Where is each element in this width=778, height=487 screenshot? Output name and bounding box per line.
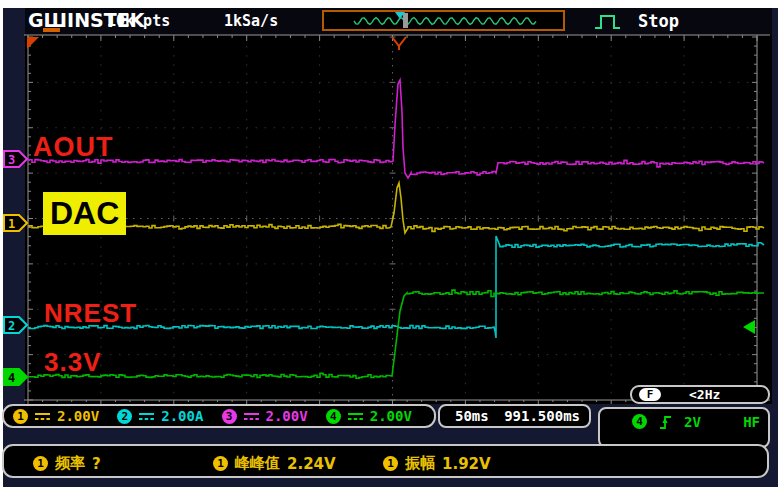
measurement-value: 1.92V — [442, 455, 491, 473]
svg-text:2: 2 — [8, 319, 15, 333]
measurement-value: 2.24V — [287, 455, 336, 473]
annotation-aout: AOUT — [33, 132, 114, 163]
channel-1-settings: 12.00V — [13, 408, 117, 424]
channel-4-scale: 2.00V — [370, 408, 412, 424]
measurement-source-badge: 1 — [213, 456, 228, 471]
trigger-source-badge: 4 — [632, 414, 647, 429]
trigger-frequency-box: F <2Hz — [630, 385, 770, 404]
measurement-source-badge: 1 — [33, 456, 48, 471]
measurement-1: 1频率? — [33, 454, 101, 473]
channel-3-settings: 32.00V — [222, 408, 326, 424]
measurement-3: 1振幅1.92V — [383, 454, 491, 473]
channel-1-badge: 1 — [13, 409, 28, 424]
channel-1-scale: 2.00V — [57, 408, 99, 424]
memory-corner-marker — [27, 37, 39, 49]
channel-3-badge: 3 — [222, 409, 237, 424]
trigger-position-marker — [392, 37, 406, 50]
channel-2-scale: 2.00A — [161, 408, 203, 424]
trigger-level-value: 2V — [684, 414, 701, 430]
svg-text:3: 3 — [8, 153, 15, 167]
horizontal-settings-box: 50ms 991.500ms — [438, 404, 591, 428]
channel-3-scale: 2.00V — [266, 408, 308, 424]
rising-edge-icon — [658, 414, 673, 431]
measurement-label: 振幅 — [405, 454, 435, 473]
trigger-level-marker — [743, 320, 755, 334]
channel-2-settings: 22.00A — [117, 408, 221, 424]
measurement-source-badge: 1 — [383, 456, 398, 471]
dc-coupling-icon — [243, 411, 260, 422]
svg-text:4: 4 — [8, 371, 15, 385]
measurement-label: 频率 — [55, 454, 85, 473]
trace-ch4-3-3v — [29, 290, 764, 378]
trigger-coupling-label: HF — [743, 414, 760, 430]
oscilloscope-screenshot: { "top_bar": { "logo_g": "G", "logo_w": … — [0, 0, 778, 487]
channel-2-badge: 2 — [117, 409, 132, 424]
measurement-value: ? — [92, 455, 101, 473]
channel-settings-bar: 12.00V22.00A32.00V42.00V — [2, 404, 436, 428]
measurement-bar: 1频率?1峰峰值2.24V1振幅1.92V — [2, 444, 769, 478]
dc-coupling-icon — [34, 411, 51, 422]
dc-coupling-icon — [138, 411, 155, 422]
svg-text:1: 1 — [8, 217, 15, 231]
annotation-3v3: 3.3V — [44, 347, 102, 378]
trace-ch1-dac — [29, 183, 764, 233]
trigger-frequency-value: <2Hz — [689, 387, 720, 402]
trace-ch2-nrest — [29, 236, 764, 338]
measurement-2: 1峰峰值2.24V — [213, 454, 336, 473]
trigger-settings-box: 4 2V HF — [598, 407, 770, 448]
annotation-nrest: NREST — [44, 298, 137, 329]
annotation-dac: DAC — [43, 192, 126, 235]
dc-coupling-icon — [347, 411, 364, 422]
trigger-position-value: 991.500ms — [504, 408, 580, 424]
channel-4-badge: 4 — [326, 409, 341, 424]
timebase-value: 50ms — [455, 408, 489, 424]
channel-4-settings: 42.00V — [326, 408, 430, 424]
trace-ch3-aout — [29, 80, 764, 178]
frequency-badge: F — [639, 388, 661, 401]
measurement-label: 峰峰值 — [235, 454, 280, 473]
